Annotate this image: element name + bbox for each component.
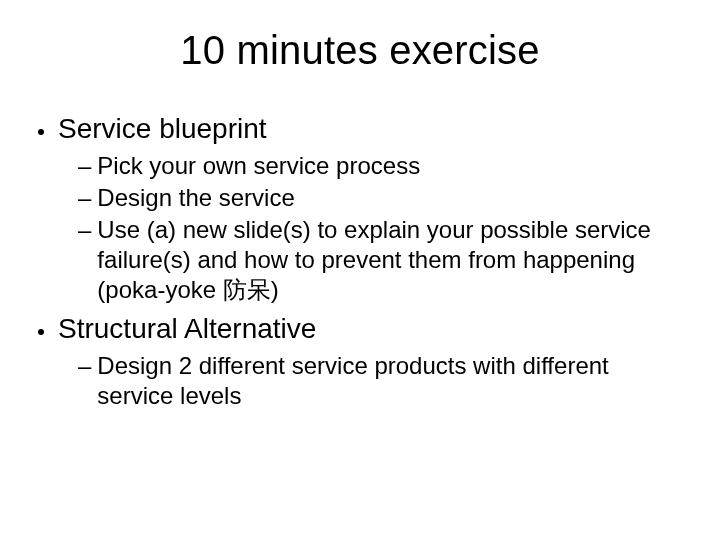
dash-icon: – bbox=[78, 151, 91, 181]
dash-icon: – bbox=[78, 215, 91, 245]
bullet-level1: Structural Alternative bbox=[38, 313, 690, 345]
slide: 10 minutes exercise Service blueprint – … bbox=[0, 0, 720, 540]
slide-title: 10 minutes exercise bbox=[30, 28, 690, 73]
bullet-text: Service blueprint bbox=[58, 113, 267, 145]
bullet-level2: – Design the service bbox=[78, 183, 690, 213]
bullet-level2: – Design 2 different service products wi… bbox=[78, 351, 690, 411]
bullet-dot-icon bbox=[38, 129, 44, 135]
bullet-level1: Service blueprint bbox=[38, 113, 690, 145]
bullet-text: Design 2 different service products with… bbox=[97, 351, 667, 411]
slide-content: Service blueprint – Pick your own servic… bbox=[30, 113, 690, 411]
bullet-text: Use (a) new slide(s) to explain your pos… bbox=[97, 215, 667, 305]
bullet-text: Pick your own service process bbox=[97, 151, 420, 181]
dash-icon: – bbox=[78, 351, 91, 381]
bullet-level2: – Use (a) new slide(s) to explain your p… bbox=[78, 215, 690, 305]
bullet-text: Design the service bbox=[97, 183, 294, 213]
bullet-text: Structural Alternative bbox=[58, 313, 316, 345]
bullet-level2: – Pick your own service process bbox=[78, 151, 690, 181]
dash-icon: – bbox=[78, 183, 91, 213]
bullet-dot-icon bbox=[38, 329, 44, 335]
